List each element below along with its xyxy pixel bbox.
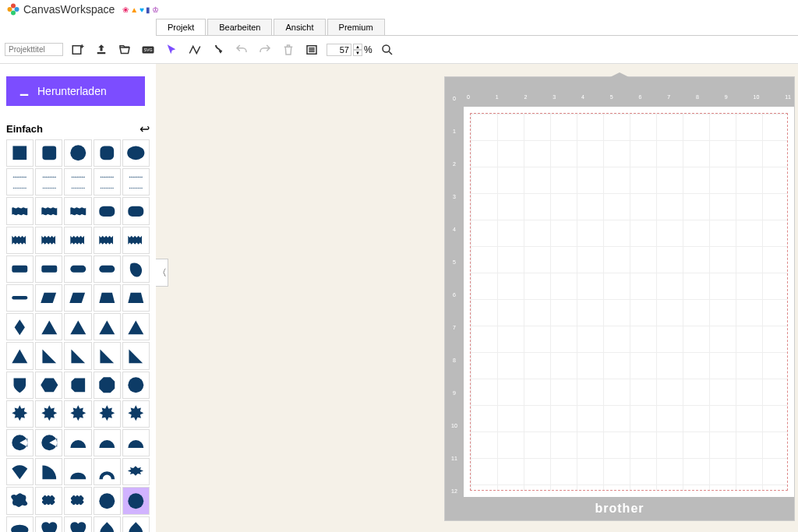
shape-ellipse-wide[interactable]	[122, 139, 150, 167]
pointer-icon[interactable]	[163, 41, 180, 58]
shape-pill-big[interactable]	[94, 197, 121, 224]
shape-circle[interactable]	[94, 487, 121, 514]
canvas-mat[interactable]: 0123456789101112 01234567891011 brother	[444, 76, 795, 521]
project-title-input[interactable]	[5, 43, 63, 56]
shape-triangle[interactable]	[6, 342, 34, 369]
shape-rainbow[interactable]	[94, 458, 121, 485]
shape-right-tri[interactable]	[94, 342, 121, 369]
mat-surface[interactable]	[470, 113, 788, 491]
shape-blob[interactable]	[122, 255, 150, 283]
shape-capsule[interactable]	[64, 255, 91, 283]
shape-hexagon[interactable]	[35, 372, 62, 399]
search-icon[interactable]	[379, 41, 396, 58]
shape-zigzag-rect[interactable]	[6, 227, 34, 254]
shape-heart[interactable]	[35, 516, 62, 532]
shape-trapezoid[interactable]	[94, 284, 121, 312]
undo-icon[interactable]	[233, 41, 250, 58]
shape-stamp-sq[interactable]	[64, 168, 91, 196]
redo-icon[interactable]	[256, 41, 274, 58]
tab-projekt[interactable]: Projekt	[156, 19, 206, 35]
tab-ansicht[interactable]: Ansicht	[274, 19, 325, 35]
shape-arc[interactable]	[64, 429, 91, 456]
shape-wave-rect[interactable]	[64, 197, 91, 224]
shape-burst[interactable]	[35, 400, 62, 428]
shape-ellipse[interactable]	[6, 516, 34, 532]
shape-round-rect[interactable]	[6, 255, 34, 283]
shape-pacman[interactable]	[35, 429, 62, 456]
zoom-input[interactable]	[327, 44, 351, 56]
zoom-down-icon[interactable]: ▼	[353, 50, 362, 56]
shape-spade[interactable]	[94, 516, 121, 532]
shape-circle[interactable]	[64, 139, 91, 167]
new-project-icon[interactable]	[69, 41, 87, 58]
shape-zigzag-rect[interactable]	[35, 227, 62, 254]
shape-circle[interactable]	[122, 487, 150, 514]
shape-triangle[interactable]	[94, 313, 121, 340]
shape-parallelogram[interactable]	[35, 284, 62, 312]
shape-arc[interactable]	[122, 429, 150, 456]
path-icon[interactable]	[186, 41, 203, 58]
shape-round-rect[interactable]	[35, 255, 62, 283]
list-icon[interactable]	[303, 41, 320, 58]
shape-zigzag-rect[interactable]	[64, 227, 91, 254]
shape-fan[interactable]	[6, 458, 34, 485]
shape-shield[interactable]	[6, 372, 34, 399]
shape-square-rounded[interactable]	[35, 139, 62, 167]
shape-burst-wide[interactable]	[122, 458, 150, 485]
shape-pacman[interactable]	[6, 429, 34, 456]
shape-scallop[interactable]	[6, 487, 34, 514]
shape-right-tri[interactable]	[35, 342, 62, 369]
shape-capsule[interactable]	[94, 255, 121, 283]
back-icon[interactable]: ↩	[139, 122, 150, 136]
svg-icon[interactable]: SVG	[139, 41, 157, 58]
svg-point-12	[70, 146, 86, 161]
download-button[interactable]: Herunterladen	[6, 76, 145, 106]
trash-icon[interactable]	[280, 41, 297, 58]
svg-point-3	[8, 7, 12, 12]
shape-scallop-rect[interactable]	[35, 487, 62, 514]
shape-burst[interactable]	[94, 400, 121, 428]
shape-octagon[interactable]	[94, 372, 121, 399]
shape-parallelogram[interactable]	[64, 284, 91, 312]
shape-triangle[interactable]	[35, 313, 62, 340]
shape-right-tri[interactable]	[122, 342, 150, 369]
shape-wave-rect[interactable]	[6, 197, 34, 224]
upload-icon[interactable]	[93, 41, 110, 58]
shape-wave-rect[interactable]	[35, 197, 62, 224]
shape-hex-tag[interactable]	[64, 372, 91, 399]
shape-burst[interactable]	[122, 400, 150, 428]
logo: CanvasWorkspace	[6, 2, 115, 16]
tab-bearbeiten[interactable]: Bearbeiten	[207, 19, 272, 35]
shape-stamp-sq[interactable]	[6, 168, 34, 196]
open-icon[interactable]	[116, 41, 133, 58]
shape-square[interactable]	[6, 139, 34, 167]
shape-kite[interactable]	[6, 313, 34, 340]
shape-right-tri[interactable]	[64, 342, 91, 369]
shape-triangle[interactable]	[122, 313, 150, 340]
menu-tabs: Projekt Bearbeiten Ansicht Premium	[156, 19, 798, 36]
shape-arc[interactable]	[94, 429, 121, 456]
sidebar-collapse-icon[interactable]: 〈	[156, 259, 168, 287]
trace-icon[interactable]	[210, 41, 227, 58]
shape-heart[interactable]	[64, 516, 91, 532]
shape-burst[interactable]	[6, 400, 34, 428]
shape-quarter[interactable]	[35, 458, 62, 485]
shape-triangle[interactable]	[64, 313, 91, 340]
zoom-up-icon[interactable]: ▲	[353, 44, 362, 50]
shape-spade[interactable]	[122, 516, 150, 532]
shape-stamp-sq[interactable]	[35, 168, 62, 196]
shape-hill[interactable]	[64, 458, 91, 485]
shape-square-rounded2[interactable]	[94, 139, 121, 167]
shape-circle[interactable]	[122, 372, 150, 399]
shape-pill-big[interactable]	[122, 197, 150, 224]
shape-burst[interactable]	[64, 400, 91, 428]
shape-scallop-rect[interactable]	[64, 487, 91, 514]
shape-stamp-sq[interactable]	[122, 168, 150, 196]
shape-zigzag-rect[interactable]	[122, 227, 150, 254]
tab-premium[interactable]: Premium	[327, 19, 385, 35]
shape-trapezoid[interactable]	[122, 284, 150, 312]
shape-stamp-sq[interactable]	[94, 168, 121, 196]
svg-rect-15	[99, 206, 115, 216]
shape-zigzag-rect[interactable]	[94, 227, 121, 254]
shape-pill-thin[interactable]	[6, 284, 34, 312]
